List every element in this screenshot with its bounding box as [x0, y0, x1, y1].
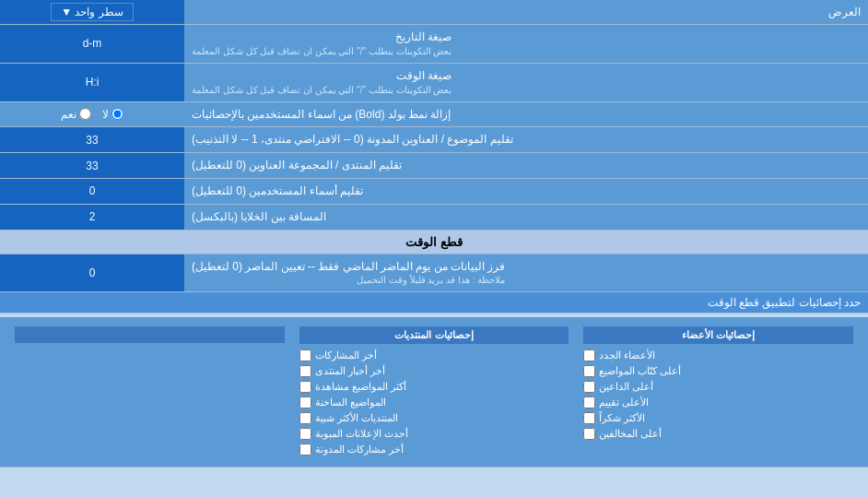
- date-format-field[interactable]: [6, 37, 179, 50]
- usernames-row: تقليم أسماء المستخدمين (0 للتعطيل): [0, 179, 868, 205]
- checkbox-item: أعلى المخالفين: [583, 426, 853, 442]
- forum-titles-row: تقليم المنتدى / المجموعة العناوين (0 للت…: [0, 153, 868, 179]
- checkbox-item: أحدث الإعلانات المبوبة: [299, 426, 569, 442]
- col-right-header: إحصائيات الأعضاء: [583, 326, 853, 344]
- bold-remove-label: إزالة نمط بولد (Bold) من اسماء المستخدمي…: [184, 102, 868, 127]
- checkboxes-grid: إحصائيات الأعضاء الأعضاء الجدد أعلى كتّا…: [7, 323, 861, 461]
- main-container: العرض سطر واحد ▼ صيغة التاريخ بعض التكوي…: [0, 0, 868, 467]
- forum-titles-field[interactable]: [6, 160, 179, 172]
- checkbox-most-active-forums[interactable]: [299, 412, 311, 424]
- cell-spacing-input: [0, 205, 184, 230]
- col-left: [7, 323, 292, 461]
- checkbox-top-inviters[interactable]: [583, 381, 595, 393]
- cell-spacing-field[interactable]: [6, 210, 179, 223]
- checkbox-item: الأعلى تقييم: [583, 395, 853, 410]
- time-format-row: صيغة الوقت بعض التكوينات يتطلب "/" التي …: [0, 64, 868, 102]
- cutoff-days-row: فرز البيانات من يوم الماضر الماضي فقط --…: [0, 254, 868, 293]
- bold-remove-row: إزالة نمط بولد (Bold) من اسماء المستخدمي…: [0, 102, 868, 128]
- bold-remove-no-label[interactable]: لا: [102, 108, 123, 121]
- checkbox-top-rated[interactable]: [583, 396, 595, 408]
- topics-titles-field[interactable]: [6, 134, 179, 147]
- topics-titles-input: [0, 127, 184, 152]
- cutoff-days-field[interactable]: [6, 266, 179, 279]
- display-label: العرض: [184, 2, 868, 22]
- bold-remove-options: لا نعم: [0, 104, 184, 124]
- bold-remove-yes-label[interactable]: نعم: [61, 108, 91, 121]
- display-dropdown-label: سطر واحد: [75, 6, 123, 18]
- time-format-label: صيغة الوقت بعض التكوينات يتطلب "/" التي …: [184, 64, 868, 101]
- checkbox-item: أخر مشاركات المدونة: [299, 442, 569, 457]
- bold-remove-no-radio[interactable]: [111, 108, 123, 120]
- checkbox-item: أكثر المواضيع مشاهدة: [299, 379, 569, 395]
- checkbox-item: أخر أخبار المنتدى: [299, 363, 569, 379]
- cutoff-section-header: قطع الوقت: [0, 231, 868, 254]
- cutoff-days-input: [0, 254, 184, 292]
- checkbox-item: المنتديات الأكثر شبية: [299, 410, 569, 426]
- checkbox-new-members[interactable]: [583, 349, 595, 361]
- checkbox-item: أخر المشاركات: [299, 348, 569, 363]
- cell-spacing-label: المسافة بين الخلايا (بالبكسل): [184, 205, 868, 230]
- cell-spacing-row: المسافة بين الخلايا (بالبكسل): [0, 205, 868, 231]
- display-dropdown[interactable]: سطر واحد ▼: [51, 3, 134, 21]
- forum-titles-input: [0, 153, 184, 178]
- checkbox-top-topic-writers[interactable]: [583, 365, 595, 377]
- time-format-input: [0, 64, 184, 101]
- topics-titles-row: تقليم الموضوع / العناوين المدونة (0 -- ا…: [0, 127, 868, 153]
- usernames-input: [0, 179, 184, 204]
- time-format-field[interactable]: [6, 76, 179, 89]
- checkbox-item: المواضيع الساخنة: [299, 395, 569, 410]
- col-left-header: [15, 326, 285, 343]
- usernames-label: تقليم أسماء المستخدمين (0 للتعطيل): [184, 179, 868, 204]
- checkbox-latest-classified-ads[interactable]: [299, 428, 311, 440]
- checkbox-last-news[interactable]: [299, 365, 311, 377]
- display-input: سطر واحد ▼: [0, 0, 184, 24]
- dropdown-arrow-icon: ▼: [61, 6, 72, 18]
- checkboxes-section: إحصائيات الأعضاء الأعضاء الجدد أعلى كتّا…: [0, 317, 868, 467]
- usernames-field[interactable]: [6, 184, 179, 197]
- checkbox-most-thanked[interactable]: [583, 412, 595, 424]
- checkbox-item: الأعضاء الجدد: [583, 348, 853, 363]
- stats-apply-header: حدد إحصائيات لتطبيق قطع الوقت: [0, 292, 868, 314]
- checkbox-last-blog-posts[interactable]: [299, 444, 311, 456]
- col-middle-header: إحصائيات المنتديات: [299, 326, 569, 344]
- checkbox-top-violators[interactable]: [583, 428, 595, 440]
- checkbox-last-posts[interactable]: [299, 349, 311, 361]
- col-middle: إحصائيات المنتديات أخر المشاركات أخر أخب…: [292, 323, 577, 461]
- cutoff-days-label: فرز البيانات من يوم الماضر الماضي فقط --…: [184, 254, 868, 292]
- checkbox-item: أعلى كتّاب المواضيع: [583, 363, 853, 379]
- forum-titles-label: تقليم المنتدى / المجموعة العناوين (0 للت…: [184, 153, 868, 178]
- display-row: العرض سطر واحد ▼: [0, 0, 868, 25]
- col-right: إحصائيات الأعضاء الأعضاء الجدد أعلى كتّا…: [576, 323, 861, 461]
- checkbox-item: أعلى الداعين: [583, 379, 853, 395]
- bold-remove-yes-radio[interactable]: [79, 108, 91, 120]
- checkbox-item: الأكثر شكراً: [583, 410, 853, 426]
- topics-titles-label: تقليم الموضوع / العناوين المدونة (0 -- ا…: [184, 127, 868, 152]
- date-format-label: صيغة التاريخ بعض التكوينات يتطلب "/" الت…: [184, 25, 868, 63]
- date-format-input: [0, 25, 184, 63]
- date-format-row: صيغة التاريخ بعض التكوينات يتطلب "/" الت…: [0, 25, 868, 64]
- checkbox-most-viewed[interactable]: [299, 381, 311, 393]
- checkbox-hot-topics[interactable]: [299, 396, 311, 408]
